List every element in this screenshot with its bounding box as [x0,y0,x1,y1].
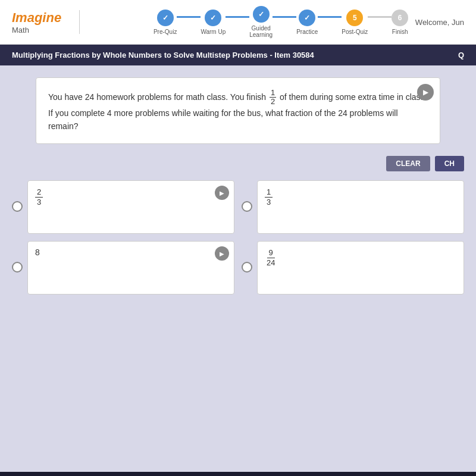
radio-b[interactable] [242,201,252,212]
logo-math: Math [12,26,61,35]
connector-2 [226,16,249,18]
step-circle-guided: ✓ [253,6,270,23]
welcome-text: Welcome, Jun [415,18,464,27]
step-circle-warm-up: ✓ [205,10,221,26]
answer-d-numerator: 9 [267,248,275,258]
step-guided-learning[interactable]: ✓ GuidedLearning [249,6,273,38]
step-label-finish: Finish [392,29,408,35]
radio-c[interactable] [12,262,23,273]
answer-option-d: 9 24 [242,241,464,295]
logo-area: Imagine Math [12,10,61,35]
answer-card-c[interactable]: ▶ 8 [27,241,234,295]
answer-d-denominator: 24 [265,258,277,268]
step-label-pre-quiz: Pre-Quiz [154,29,177,35]
radio-d[interactable] [242,262,252,273]
step-circle-finish: 6 [392,10,408,26]
step-circle-practice: ✓ [299,10,315,26]
progress-area: ✓ Pre-Quiz ✓ Warm Up ✓ GuidedLearning ✓ … [98,6,464,38]
answer-option-a: ▶ 2 3 [12,180,234,234]
question-card: ▶ You have 24 homework problems for math… [36,77,440,144]
step-pre-quiz[interactable]: ✓ Pre-Quiz [154,10,177,35]
connector-3 [273,16,296,18]
step-warm-up[interactable]: ✓ Warm Up [201,10,226,35]
connector-4 [318,16,342,18]
step-label-warm-up: Warm Up [201,29,226,35]
step-label-guided: GuidedLearning [249,25,273,38]
bottom-area [0,472,476,476]
audio-button-a[interactable]: ▶ [215,186,229,200]
question-fraction-numerator: 1 [270,89,276,98]
logo-divider [79,10,80,34]
question-fraction: 1 2 [270,89,276,107]
answer-a-denominator: 3 [35,198,43,207]
step-practice[interactable]: ✓ Practice [296,10,318,35]
question-bar: Multiplying Fractions by Whole Numbers t… [0,45,476,65]
question-bar-title: Multiplying Fractions by Whole Numbers t… [12,51,458,60]
main-content: ▶ You have 24 homework problems for math… [0,65,476,472]
answer-card-a[interactable]: ▶ 2 3 [27,180,234,234]
answer-value-c: 8 [35,248,40,257]
step-finish[interactable]: 6 Finish [392,10,408,35]
audio-button-c[interactable]: ▶ [215,246,229,261]
logo-imagine: Imagine [12,10,61,26]
answer-card-d[interactable]: 9 24 [257,241,464,295]
question-audio-button[interactable]: ▶ [417,84,434,101]
answer-option-c: ▶ 8 [12,241,234,295]
toolbar: CLEAR CH [12,156,464,171]
answer-card-b[interactable]: 1 3 [257,180,464,234]
answer-b-numerator: 1 [265,187,273,198]
answer-fraction-d: 9 24 [265,248,277,267]
check-button[interactable]: CH [435,156,464,171]
connector-1 [177,16,201,18]
progress-steps: ✓ Pre-Quiz ✓ Warm Up ✓ GuidedLearning ✓ … [154,6,408,38]
question-bar-q-label: Q [458,51,464,60]
answer-fraction-b: 1 3 [265,187,273,206]
clear-button[interactable]: CLEAR [386,156,430,171]
step-circle-post-quiz: 5 [346,10,363,26]
step-label-practice: Practice [296,29,318,35]
question-fraction-denominator: 2 [270,98,276,106]
answer-a-numerator: 2 [35,187,43,198]
answers-grid: ▶ 2 3 1 3 ▶ 8 [12,180,464,295]
top-bar: Imagine Math ✓ Pre-Quiz ✓ Warm Up ✓ Guid… [0,0,476,45]
answer-fraction-a: 2 3 [35,187,43,206]
question-text-before: You have 24 homework problems for math c… [48,92,268,102]
step-circle-pre-quiz: ✓ [157,10,174,26]
answer-option-b: 1 3 [242,180,464,234]
step-post-quiz[interactable]: 5 Post-Quiz [342,10,368,35]
step-label-post-quiz: Post-Quiz [342,29,368,35]
radio-a[interactable] [12,201,23,212]
connector-5 [368,16,392,18]
answer-b-denominator: 3 [265,198,273,207]
